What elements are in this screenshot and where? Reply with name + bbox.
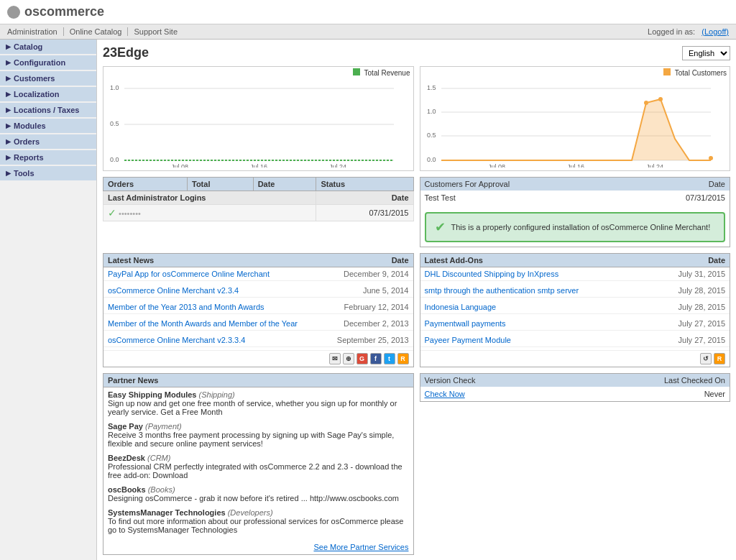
partner-title-1: Easy Shipping Modules xyxy=(108,390,196,399)
sidebar-item-orders[interactable]: ▶ Orders xyxy=(0,134,96,149)
addon-title-2[interactable]: smtp through the authentication smtp ser… xyxy=(425,286,579,295)
customers-approval-header: Customers For Approval Date xyxy=(420,178,730,191)
addons-rss-icon[interactable]: R xyxy=(714,353,725,364)
main-layout: ▶ Catalog ▶ Configuration ▶ Customers ▶ … xyxy=(0,40,736,560)
revenue-legend: Total Revenue xyxy=(104,67,413,78)
check-icon: ✓ xyxy=(108,207,116,219)
bookmark-icon[interactable]: ⊕ xyxy=(343,353,354,364)
orders-col-orders: Orders xyxy=(104,178,188,191)
sidebar: ▶ Catalog ▶ Configuration ▶ Customers ▶ … xyxy=(0,40,97,560)
sidebar-item-configuration[interactable]: ▶ Configuration xyxy=(0,55,96,70)
addon-title-3[interactable]: Indonesia Language xyxy=(425,303,497,311)
partner-news-header: Partner News xyxy=(103,373,414,387)
partner-item-1: Easy Shipping Modules (Shipping) Sign up… xyxy=(108,390,409,416)
language-select[interactable]: English xyxy=(682,46,730,60)
sidebar-group-orders[interactable]: ▶ Orders xyxy=(0,134,96,149)
partner-news-body: Easy Shipping Modules (Shipping) Sign up… xyxy=(103,387,414,555)
logoff-link[interactable]: (Logoff) xyxy=(702,27,729,36)
news-title-2[interactable]: osCommerce Online Merchant v2.3.4 xyxy=(108,286,239,295)
addon-title-5[interactable]: Payeer Payment Module xyxy=(425,336,511,344)
admin-logins-row: Last Administrator Logins Date xyxy=(104,191,414,205)
sidebar-group-configuration[interactable]: ▶ Configuration xyxy=(0,55,96,70)
sidebar-group-tools[interactable]: ▶ Tools xyxy=(0,166,96,180)
latest-addons-section: Latest Add-Ons Date DHL Discounted Shipp… xyxy=(420,253,731,367)
addon-date-3: July 28, 2015 xyxy=(678,303,725,311)
orders-col-status: Status xyxy=(316,178,413,191)
nav-support-site[interactable]: Support Site xyxy=(128,27,183,36)
news-item-1: PayPal App for osCommerce Online Merchan… xyxy=(104,267,413,281)
addon-item-2: smtp through the authentication smtp ser… xyxy=(420,284,730,298)
sidebar-group-localization[interactable]: ▶ Localization xyxy=(0,87,96,101)
arrow-icon: ▶ xyxy=(6,91,11,98)
nav-administration[interactable]: Administration xyxy=(7,27,64,36)
sidebar-item-customers[interactable]: ▶ Customers xyxy=(0,71,96,86)
nav-links: Administration Online Catalog Support Si… xyxy=(7,27,183,36)
news-addons-row: Latest News Date PayPal App for osCommer… xyxy=(103,253,730,367)
news-title-4[interactable]: Member of the Month Awards and Member of… xyxy=(108,319,298,328)
news-date-5: September 25, 2013 xyxy=(337,336,409,344)
sidebar-group-reports[interactable]: ▶ Reports xyxy=(0,150,96,165)
latest-news-section: Latest News Date PayPal App for osCommer… xyxy=(103,253,414,367)
logo: oscommerce xyxy=(7,4,104,19)
addon-date-2: July 28, 2015 xyxy=(678,286,725,295)
svg-point-23 xyxy=(709,156,713,160)
version-check-box: Version Check Last Checked On Check Now … xyxy=(420,373,731,402)
addon-title-4[interactable]: Paymentwall payments xyxy=(425,319,506,328)
partner-text-1: Sign up now and get one free month of se… xyxy=(108,399,409,416)
language-selector[interactable]: English xyxy=(682,46,730,60)
sidebar-group-catalog[interactable]: ▶ Catalog xyxy=(0,40,96,54)
addon-title-1[interactable]: DHL Discounted Shipping by InXpress xyxy=(425,270,559,278)
see-more-partner[interactable]: See More Partner Services xyxy=(108,540,409,551)
latest-addons-header: Latest Add-Ons Date xyxy=(420,253,731,267)
sidebar-group-customers[interactable]: ▶ Customers xyxy=(0,71,96,86)
arrow-icon: ▶ xyxy=(6,154,11,161)
news-date-4: December 2, 2013 xyxy=(344,319,409,328)
sidebar-item-catalog[interactable]: ▶ Catalog xyxy=(0,40,96,54)
facebook-icon[interactable]: f xyxy=(370,353,382,364)
partner-item-5: SystemsManager Technologies (Developers)… xyxy=(108,508,409,534)
addon-item-1: DHL Discounted Shipping by InXpress July… xyxy=(420,267,730,281)
sidebar-group-modules[interactable]: ▶ Modules xyxy=(0,119,96,133)
news-date-1: December 9, 2014 xyxy=(344,270,409,278)
latest-addons-body: DHL Discounted Shipping by InXpress July… xyxy=(420,267,731,367)
partner-type-4: (Books) xyxy=(148,485,175,494)
revenue-chart: Total Revenue 1.0 0.5 0.0 Jul 08 xyxy=(103,66,414,171)
email-icon[interactable]: ✉ xyxy=(329,353,341,364)
nav-online-catalog[interactable]: Online Catalog xyxy=(64,27,129,36)
partner-item-2: Sage Pay (Payment) Receive 3 months free… xyxy=(108,422,409,448)
sidebar-item-locations-taxes[interactable]: ▶ Locations / Taxes xyxy=(0,103,96,117)
rss-icon[interactable]: R xyxy=(397,353,409,364)
partner-text-2: Receive 3 months free payment processing… xyxy=(108,431,409,448)
approval-date: 07/31/2015 xyxy=(686,193,725,202)
page-title: 23Edge xyxy=(103,45,149,60)
customers-chart: Total Customers 1.5 1.0 0.5 0.0 xyxy=(420,66,731,171)
check-now-link[interactable]: Check Now xyxy=(425,390,465,398)
news-date-2: June 5, 2014 xyxy=(363,286,409,295)
news-item-2: osCommerce Online Merchant v2.3.4 June 5… xyxy=(104,284,413,298)
sidebar-group-locations-taxes[interactable]: ▶ Locations / Taxes xyxy=(0,103,96,117)
see-more-link[interactable]: See More Partner Services xyxy=(313,543,408,551)
orders-col-total: Total xyxy=(187,178,253,191)
logo-text: oscommerce xyxy=(24,4,104,19)
svg-text:Jul 08: Jul 08 xyxy=(171,163,188,167)
sidebar-item-localization[interactable]: ▶ Localization xyxy=(0,87,96,101)
sidebar-item-reports[interactable]: ▶ Reports xyxy=(0,150,96,165)
partner-title-5: SystemsManager Technologies xyxy=(108,508,226,517)
social-icons-row: ✉ ⊕ G f t R xyxy=(104,350,413,367)
orders-col-date: Date xyxy=(253,178,316,191)
partner-type-5: (Developers) xyxy=(228,508,273,517)
approval-name: Test Test xyxy=(425,193,456,202)
news-title-3[interactable]: Member of the Year 2013 and Month Awards xyxy=(108,303,264,311)
google-icon[interactable]: G xyxy=(356,353,368,364)
addon-item-4: Paymentwall payments July 27, 2015 xyxy=(420,317,730,331)
last-checked-value: Never xyxy=(704,390,725,398)
twitter-icon[interactable]: t xyxy=(384,353,395,364)
sidebar-item-modules[interactable]: ▶ Modules xyxy=(0,119,96,133)
svg-text:0.5: 0.5 xyxy=(110,120,119,127)
news-title-5[interactable]: osCommerce Online Merchant v2.3.3.4 xyxy=(108,336,245,344)
news-title-1[interactable]: PayPal App for osCommerce Online Merchan… xyxy=(108,270,270,278)
revenue-legend-dot xyxy=(353,68,360,75)
sidebar-item-tools[interactable]: ▶ Tools xyxy=(0,166,96,180)
addons-refresh-icon[interactable]: ↺ xyxy=(700,353,712,364)
partner-type-1: (Shipping) xyxy=(199,390,235,399)
